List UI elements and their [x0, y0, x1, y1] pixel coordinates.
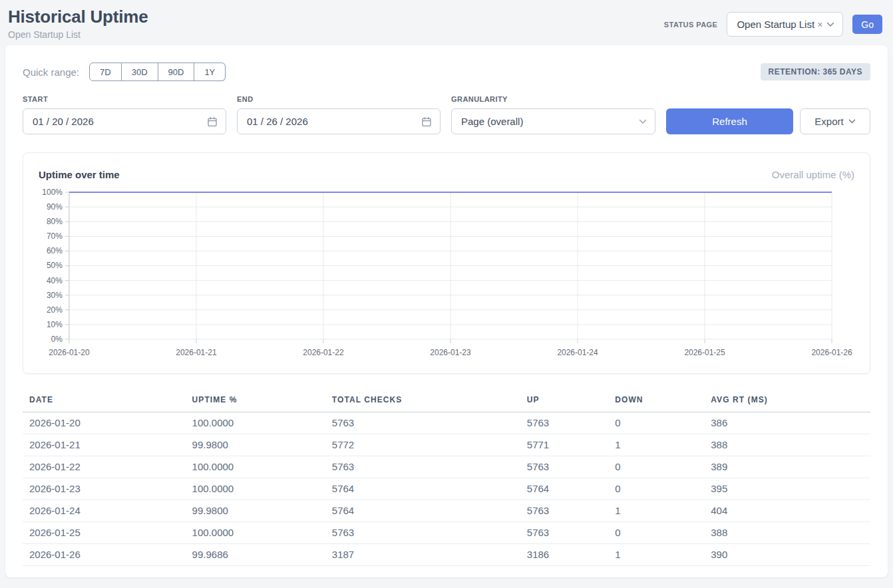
end-date-input[interactable]: 01 / 26 / 2026 — [237, 108, 441, 134]
status-page-select[interactable]: Open Startup List × — [727, 12, 843, 37]
table-cell: 5763 — [520, 522, 608, 544]
table-cell: 0 — [608, 522, 704, 544]
svg-text:90%: 90% — [47, 202, 63, 212]
quick-range-90d-button[interactable]: 90D — [158, 63, 195, 81]
table-cell: 5764 — [325, 478, 520, 500]
table-cell: 388 — [704, 522, 870, 544]
table-row: 2026-01-23100.0000576457640395 — [23, 478, 870, 500]
end-date-value: 01 / 26 / 2026 — [247, 116, 308, 127]
table-cell: 2026-01-22 — [23, 456, 186, 478]
svg-text:2026-01-25: 2026-01-25 — [684, 348, 725, 357]
table-cell: 5763 — [325, 456, 520, 478]
export-button-label: Export — [814, 116, 843, 127]
table-cell: 0 — [608, 412, 704, 434]
table-cell: 386 — [704, 412, 870, 434]
table-cell: 99.9800 — [186, 500, 325, 522]
svg-text:80%: 80% — [47, 217, 63, 226]
granularity-value: Page (overall) — [461, 116, 523, 127]
table-cell: 5763 — [325, 412, 520, 434]
table-cell: 404 — [704, 500, 870, 522]
main-card: Quick range: 7D30D90D1Y RETENTION: 365 D… — [5, 45, 888, 577]
table-cell: 1 — [608, 434, 704, 456]
table-cell: 100.0000 — [186, 456, 325, 478]
start-label: START — [23, 95, 226, 103]
table-cell: 99.9686 — [186, 544, 325, 566]
table-cell: 389 — [704, 456, 870, 478]
chevron-down-icon — [639, 119, 647, 124]
calendar-icon[interactable] — [421, 116, 432, 127]
svg-text:2026-01-21: 2026-01-21 — [176, 348, 217, 357]
table-row: 2026-01-2699.9686318731861390 — [23, 544, 870, 566]
column-header: AVG RT (MS) — [704, 391, 870, 412]
table-cell: 100.0000 — [186, 478, 325, 500]
page-header-right: STATUS PAGE Open Startup List × Go — [664, 12, 882, 37]
table-row: 2026-01-2199.9800577257711388 — [23, 434, 870, 456]
table-header-row: DATEUPTIME %TOTAL CHECKSUPDOWNAVG RT (MS… — [23, 391, 870, 412]
table-cell: 5763 — [325, 522, 520, 544]
svg-text:2026-01-20: 2026-01-20 — [49, 348, 90, 357]
table-cell: 5772 — [325, 434, 520, 456]
page-title: Historical Uptime — [8, 7, 148, 27]
granularity-label: GRANULARITY — [451, 95, 655, 103]
refresh-button[interactable]: Refresh — [666, 108, 793, 134]
granularity-select[interactable]: Page (overall) — [451, 108, 655, 134]
table-cell: 100.0000 — [186, 522, 325, 544]
chart-card: Uptime over time Overall uptime (%) 0%10… — [23, 152, 870, 374]
page-subtitle: Open Startup List — [8, 29, 148, 40]
table-cell: 99.9800 — [186, 434, 325, 456]
quick-range-label: Quick range: — [23, 67, 79, 78]
table-cell: 388 — [704, 434, 870, 456]
calendar-icon[interactable] — [207, 116, 218, 127]
end-field-group: END 01 / 26 / 2026 — [237, 95, 441, 134]
table-cell: 395 — [704, 478, 870, 500]
table-cell: 5763 — [520, 456, 608, 478]
uptime-chart-svg: 0%10%20%30%40%50%60%70%80%90%100%2026-01… — [39, 187, 854, 361]
status-page-value: Open Startup List — [737, 19, 814, 30]
chevron-down-icon — [848, 119, 856, 124]
svg-text:10%: 10% — [47, 320, 63, 329]
svg-text:0%: 0% — [51, 335, 63, 344]
status-page-label: STATUS PAGE — [664, 21, 718, 29]
column-header: TOTAL CHECKS — [325, 391, 520, 412]
start-date-input[interactable]: 01 / 20 / 2026 — [23, 108, 226, 134]
uptime-table: DATEUPTIME %TOTAL CHECKSUPDOWNAVG RT (MS… — [23, 391, 870, 566]
svg-text:40%: 40% — [47, 276, 63, 285]
table-row: 2026-01-2499.9800576457631404 — [23, 500, 870, 522]
quick-range-7d-button[interactable]: 7D — [89, 63, 122, 81]
table-cell: 5771 — [520, 434, 608, 456]
controls-row: START 01 / 20 / 2026 END 01 / 26 / 2026 … — [23, 95, 870, 134]
svg-text:20%: 20% — [47, 305, 63, 315]
quick-range-row: Quick range: 7D30D90D1Y RETENTION: 365 D… — [23, 63, 870, 81]
table-cell: 1 — [608, 544, 704, 566]
table-cell: 2026-01-26 — [23, 544, 186, 566]
svg-text:2026-01-22: 2026-01-22 — [303, 348, 344, 357]
column-header: DATE — [23, 391, 186, 412]
table-body: 2026-01-20100.00005763576303862026-01-21… — [23, 412, 870, 566]
page-header: Historical Uptime Open Startup List STAT… — [0, 0, 893, 45]
column-header: DOWN — [608, 391, 704, 412]
table-cell: 2026-01-24 — [23, 500, 186, 522]
quick-range-30d-button[interactable]: 30D — [122, 63, 158, 81]
table-cell: 390 — [704, 544, 870, 566]
chart-title: Uptime over time — [39, 169, 120, 180]
table-cell: 2026-01-20 — [23, 412, 186, 434]
table-cell: 2026-01-21 — [23, 434, 186, 456]
export-button[interactable]: Export — [800, 108, 870, 134]
chart-legend: Overall uptime (%) — [772, 169, 854, 180]
go-button[interactable]: Go — [852, 15, 882, 34]
start-field-group: START 01 / 20 / 2026 — [23, 95, 226, 134]
page-header-left: Historical Uptime Open Startup List — [8, 7, 148, 40]
svg-text:2026-01-23: 2026-01-23 — [430, 348, 471, 357]
table-row: 2026-01-20100.0000576357630386 — [23, 412, 870, 434]
quick-range-1y-button[interactable]: 1Y — [194, 63, 226, 81]
table-cell: 5763 — [520, 412, 608, 434]
column-header: UP — [520, 391, 608, 412]
chevron-down-icon — [826, 22, 834, 27]
svg-text:50%: 50% — [47, 261, 63, 270]
svg-text:30%: 30% — [47, 291, 63, 300]
table-cell: 0 — [608, 456, 704, 478]
table-cell: 2026-01-23 — [23, 478, 186, 500]
start-date-value: 01 / 20 / 2026 — [33, 116, 94, 127]
table-cell: 5764 — [325, 500, 520, 522]
clear-icon[interactable]: × — [817, 19, 822, 30]
